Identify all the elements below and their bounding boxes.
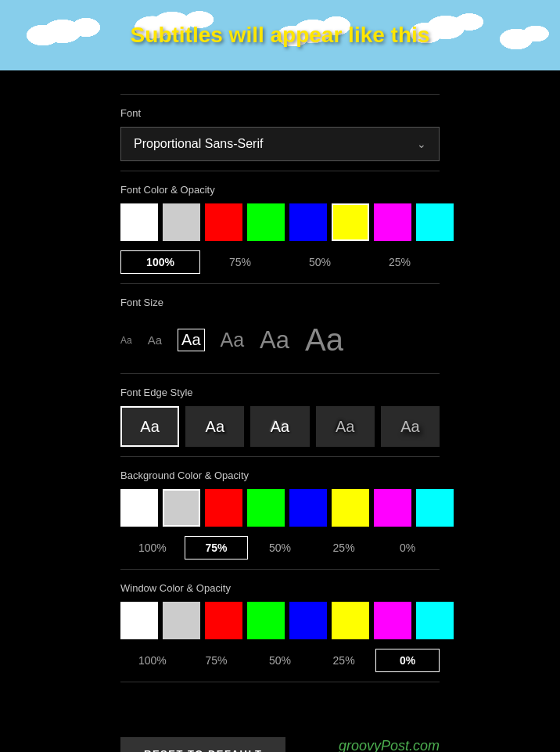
bg-color-yellow[interactable] — [332, 489, 369, 527]
font-color-green[interactable] — [247, 203, 285, 241]
bg-color-magenta[interactable] — [374, 489, 411, 527]
bg-opacity-100[interactable]: 100% — [120, 536, 185, 560]
bg-color-red[interactable] — [205, 489, 242, 527]
font-size-xs[interactable]: Aa — [120, 335, 132, 346]
font-size-xl[interactable]: Aa — [260, 326, 289, 354]
window-opacity-75[interactable]: 75% — [185, 649, 249, 672]
font-size-md[interactable]: Aa — [178, 329, 204, 351]
footer-row: RESET TO DEFAULT groovyPost.com — [0, 706, 560, 752]
window-color-yellow[interactable] — [332, 602, 369, 639]
window-color-label: Window Color & Opacity — [120, 582, 440, 594]
divider-bg — [120, 569, 440, 570]
edge-style-row: Aa Aa Aa Aa Aa — [120, 406, 440, 447]
window-color-blue[interactable] — [289, 602, 327, 639]
bg-opacity-25[interactable]: 25% — [312, 536, 376, 560]
font-opacity-75[interactable]: 75% — [200, 250, 280, 274]
bg-color-blue[interactable] — [289, 489, 327, 527]
font-selected-value: Proportional Sans-Serif — [134, 137, 263, 151]
window-color-red[interactable] — [205, 602, 242, 639]
window-opacity-100[interactable]: 100% — [120, 649, 185, 672]
font-size-xxl[interactable]: Aa — [305, 322, 343, 358]
settings-panel: Font Proportional Sans-Serif ⌄ Font Colo… — [0, 70, 560, 706]
bg-opacity-50[interactable]: 50% — [248, 536, 312, 560]
font-opacity-50[interactable]: 50% — [280, 250, 360, 274]
edge-dropshadow-btn[interactable]: Aa — [381, 406, 440, 447]
font-label: Font — [120, 107, 440, 119]
window-color-swatches — [120, 602, 440, 639]
font-color-lightgray[interactable] — [163, 203, 200, 241]
preview-text: Subtitles will appear like this — [131, 23, 430, 48]
window-color-cyan[interactable] — [416, 602, 454, 639]
divider-fontcolor — [120, 283, 440, 284]
window-opacity-row: 100% 75% 50% 25% 0% — [120, 649, 440, 672]
bg-opacity-0[interactable]: 0% — [375, 536, 440, 560]
bg-opacity-75[interactable]: 75% — [185, 536, 249, 560]
window-color-white[interactable] — [120, 602, 158, 639]
font-edge-label: Font Edge Style — [120, 387, 440, 398]
font-size-sm[interactable]: Aa — [148, 333, 162, 347]
font-color-blue[interactable] — [289, 203, 327, 241]
divider-window — [120, 682, 440, 682]
divider-edge — [120, 456, 440, 457]
font-color-cyan[interactable] — [416, 203, 454, 241]
window-color-green[interactable] — [247, 602, 285, 639]
bg-color-swatches — [120, 489, 440, 527]
font-color-label: Font Color & Opacity — [120, 184, 440, 196]
font-color-magenta[interactable] — [374, 203, 411, 241]
reset-to-default-button[interactable]: RESET TO DEFAULT — [120, 737, 285, 752]
bg-color-white[interactable] — [120, 489, 158, 527]
divider-top — [120, 94, 440, 95]
preview-banner: Subtitles will appear like this — [0, 0, 560, 70]
window-opacity-25[interactable]: 25% — [312, 649, 376, 672]
font-color-swatches — [120, 203, 440, 241]
bg-color-lightgray[interactable] — [163, 489, 200, 527]
divider-font — [120, 171, 440, 171]
font-dropdown[interactable]: Proportional Sans-Serif ⌄ — [120, 127, 440, 161]
edge-none-btn[interactable]: Aa — [120, 406, 179, 447]
bg-color-label: Background Color & Opacity — [120, 470, 440, 481]
font-color-red[interactable] — [205, 203, 242, 241]
bg-color-cyan[interactable] — [416, 489, 454, 527]
font-size-lg[interactable]: Aa — [221, 329, 245, 351]
bg-opacity-row: 100% 75% 50% 25% 0% — [120, 536, 440, 560]
window-color-magenta[interactable] — [374, 602, 411, 639]
font-color-yellow[interactable] — [332, 203, 369, 241]
font-opacity-row: 100% 75% 50% 25% — [120, 250, 440, 274]
brand-footer: groovyPost.com — [339, 738, 440, 752]
edge-depressed-btn[interactable]: Aa — [250, 406, 309, 447]
window-opacity-50[interactable]: 50% — [248, 649, 312, 672]
font-color-white[interactable] — [120, 203, 158, 241]
font-opacity-100[interactable]: 100% — [120, 250, 200, 274]
font-size-row: Aa Aa Aa Aa Aa Aa — [120, 316, 440, 364]
brand-groovy: groovy — [339, 738, 381, 752]
edge-uniform-btn[interactable]: Aa — [316, 406, 375, 447]
font-size-label: Font Size — [120, 297, 440, 308]
brand-post: Post.com — [381, 738, 440, 752]
font-opacity-25[interactable]: 25% — [360, 250, 440, 274]
divider-fontsize — [120, 373, 440, 374]
window-opacity-0[interactable]: 0% — [375, 649, 440, 672]
chevron-down-icon: ⌄ — [417, 138, 426, 150]
edge-raised-btn[interactable]: Aa — [185, 406, 244, 447]
window-color-lightgray[interactable] — [163, 602, 200, 639]
bg-color-green[interactable] — [247, 489, 285, 527]
